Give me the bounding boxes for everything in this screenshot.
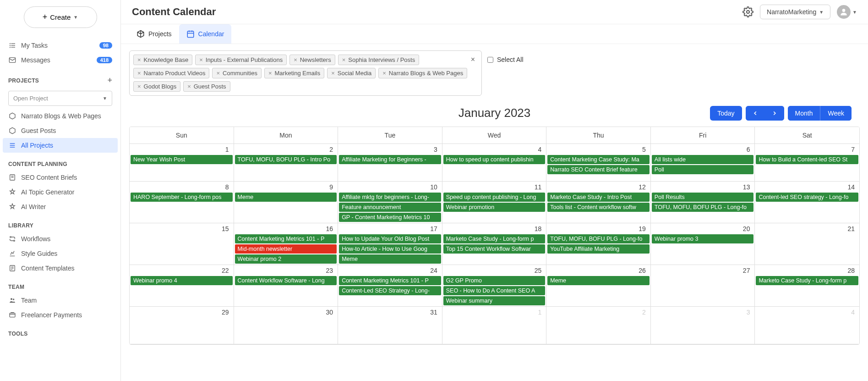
calendar-event[interactable]: Content Workflow Software - Long (235, 276, 337, 285)
calendar-cell[interactable]: 18Marketo Case Study - Long-form pTop 15… (442, 223, 547, 265)
calendar-cell[interactable]: 28Marketo Case Study - Long-form p (755, 265, 859, 307)
calendar-cell[interactable]: 27 (651, 265, 755, 307)
add-project-icon[interactable]: + (107, 76, 112, 85)
filter-chip[interactable]: ×Godot Blogs (133, 81, 180, 92)
calendar-event[interactable]: All lists wide (652, 155, 754, 164)
calendar-cell[interactable]: 21 (755, 223, 859, 265)
calendar-cell[interactable]: 19TOFU, MOFU, BOFU PLG - Long-foYouTube … (546, 223, 651, 265)
calendar-cell[interactable]: 16Content Marketing Metrics 101 - PMid-m… (234, 223, 338, 265)
filter-chip[interactable]: ×Sophia Interviews / Posts (338, 55, 420, 65)
filter-chip[interactable]: ×Inputs - External Publications (195, 55, 287, 65)
gear-icon[interactable] (742, 6, 753, 17)
select-all-checkbox[interactable]: Select All (487, 50, 524, 63)
filter-chip[interactable]: ×Guest Posts (183, 81, 230, 92)
calendar-cell[interactable]: 20Webinar promo 3 (651, 223, 755, 265)
calendar-event[interactable]: Top 15 Content Workflow Softwar (443, 244, 546, 254)
user-menu[interactable]: ▼ (837, 5, 857, 19)
clear-filters-icon[interactable]: × (468, 55, 478, 65)
sidebar-item-all-projects[interactable]: All Projects (3, 138, 118, 153)
remove-chip-icon[interactable]: × (342, 56, 346, 63)
calendar-event[interactable]: Meme (235, 193, 337, 202)
calendar-event[interactable]: Narrato SEO Content Brief feature (547, 165, 650, 174)
remove-chip-icon[interactable]: × (331, 70, 335, 77)
calendar-event[interactable]: GP - Content Marketing Metrics 10 (339, 213, 441, 222)
calendar-cell[interactable]: 17How to Update Your Old Blog PostHow-to… (338, 223, 442, 265)
sidebar-item-workflows[interactable]: Workflows (0, 232, 120, 246)
calendar-cell[interactable]: 9Meme (234, 182, 338, 223)
calendar-event[interactable]: Webinar promo 2 (235, 254, 337, 264)
calendar-event[interactable]: SEO - How to Do A Content SEO A (443, 286, 546, 295)
calendar-cell[interactable]: 5Content Marketing Case Study: MaNarrato… (546, 144, 651, 182)
calendar-event[interactable]: TOFU, MOFU, BOFU PLG - Long-fo (547, 234, 650, 243)
filter-chip[interactable]: ×Social Media (327, 68, 376, 78)
remove-chip-icon[interactable]: × (216, 70, 220, 77)
filter-chip[interactable]: ×Knowledge Base (133, 55, 192, 65)
calendar-event[interactable]: New Year Wish Post (131, 155, 233, 164)
today-button[interactable]: Today (710, 106, 742, 121)
calendar-cell[interactable]: 2TOFU, MOFU, BOFU PLG - Intro Po (234, 144, 338, 182)
remove-chip-icon[interactable]: × (199, 56, 203, 63)
calendar-event[interactable]: How to speed up content publishin (443, 155, 546, 164)
remove-chip-icon[interactable]: × (137, 56, 141, 63)
calendar-cell[interactable]: 30 (234, 307, 338, 344)
calendar-cell[interactable]: 1 (442, 307, 547, 344)
sidebar-item-narrato-blogs-web-pages[interactable]: Narrato Blogs & Web Pages (0, 109, 120, 123)
calendar-cell[interactable]: 12Marketo Case Study - Intro PostTools l… (546, 182, 651, 223)
calendar-event[interactable]: Poll Results (652, 193, 754, 202)
next-button[interactable] (765, 106, 784, 121)
calendar-event[interactable]: Meme (547, 276, 650, 285)
calendar-event[interactable]: Affiliate mktg for beginners - Long- (339, 193, 441, 202)
filter-chip[interactable]: ×Narrato Blogs & Web Pages (378, 68, 467, 78)
calendar-event[interactable]: Content-led SEO strategy - Long-fo (756, 193, 858, 202)
calendar-cell[interactable]: 3 (651, 307, 755, 344)
calendar-event[interactable]: YouTube Affiliate Marketing (547, 244, 650, 254)
calendar-event[interactable]: Content Marketing Metrics 101 - P (339, 276, 441, 285)
remove-chip-icon[interactable]: × (187, 83, 191, 90)
calendar-cell[interactable]: 6All lists widePoll (651, 144, 755, 182)
calendar-cell[interactable]: 2 (546, 307, 651, 344)
sidebar-item-seo-content-briefs[interactable]: SEO Content Briefs (0, 170, 120, 185)
week-view-button[interactable]: Week (820, 106, 852, 121)
calendar-event[interactable]: Content Marketing Case Study: Ma (547, 155, 650, 164)
calendar-event[interactable]: How to Update Your Old Blog Post (339, 234, 441, 243)
remove-chip-icon[interactable]: × (137, 70, 141, 77)
sidebar-item-content-templates[interactable]: Content Templates (0, 261, 120, 276)
calendar-cell[interactable]: 15 (130, 223, 234, 265)
remove-chip-icon[interactable]: × (137, 83, 141, 90)
calendar-event[interactable]: Marketo Case Study - Intro Post (547, 193, 650, 202)
calendar-cell[interactable]: 25G2 GP PromoSEO - How to Do A Content S… (442, 265, 547, 307)
calendar-cell[interactable]: 11Speed up content publishing - LongWebi… (442, 182, 547, 223)
calendar-event[interactable]: Content-Led SEO Strategy - Long- (339, 286, 441, 295)
select-all-input[interactable] (487, 57, 493, 63)
calendar-event[interactable]: TOFU, MOFU, BOFU PLG - Long-fo (652, 203, 754, 212)
filter-chips-box[interactable]: ×Knowledge Base×Inputs - External Public… (129, 50, 482, 96)
calendar-cell[interactable]: 22Webinar promo 4 (130, 265, 234, 307)
tab-projects[interactable]: Projects (129, 24, 179, 44)
sidebar-item-freelancer-payments[interactable]: Freelancer Payments (0, 308, 120, 322)
calendar-event[interactable]: Meme (339, 254, 441, 264)
filter-chip[interactable]: ×Marketing Emails (264, 68, 324, 78)
remove-chip-icon[interactable]: × (268, 70, 272, 77)
filter-chip[interactable]: ×Newsletters (289, 55, 335, 65)
sidebar-item-style-guides[interactable]: Style Guides (0, 246, 120, 261)
calendar-event[interactable]: Content Marketing Metrics 101 - P (235, 234, 337, 243)
calendar-event[interactable]: Webinar summary (443, 296, 546, 305)
calendar-event[interactable]: Marketo Case Study - Long-form p (756, 276, 858, 285)
calendar-event[interactable]: Affiliate Marketing for Beginners - (339, 155, 441, 164)
prev-button[interactable] (746, 106, 765, 121)
calendar-cell[interactable]: 7How to Build a Content-led SEO St (755, 144, 859, 182)
calendar-cell[interactable]: 31 (338, 307, 442, 344)
workspace-select[interactable]: NarratoMarketing ▼ (760, 5, 830, 19)
calendar-cell[interactable]: 8HARO September - Long-form pos (130, 182, 234, 223)
calendar-event[interactable]: How to Build a Content-led SEO St (756, 155, 858, 164)
remove-chip-icon[interactable]: × (382, 70, 386, 77)
calendar-event[interactable]: Speed up content publishing - Long (443, 193, 546, 202)
calendar-cell[interactable]: 10Affiliate mktg for beginners - Long-Fe… (338, 182, 442, 223)
calendar-event[interactable]: How-to Article - How to Use Goog (339, 244, 441, 254)
calendar-event[interactable]: Tools list - Content workflow softw (547, 203, 650, 212)
sidebar-item-team[interactable]: Team (0, 293, 120, 308)
calendar-cell[interactable]: 29 (130, 307, 234, 344)
calendar-cell[interactable]: 24Content Marketing Metrics 101 - PConte… (338, 265, 442, 307)
calendar-cell[interactable]: 14Content-led SEO strategy - Long-fo (755, 182, 859, 223)
sidebar-item-ai-topic-generator[interactable]: AI Topic Generator (0, 185, 120, 199)
